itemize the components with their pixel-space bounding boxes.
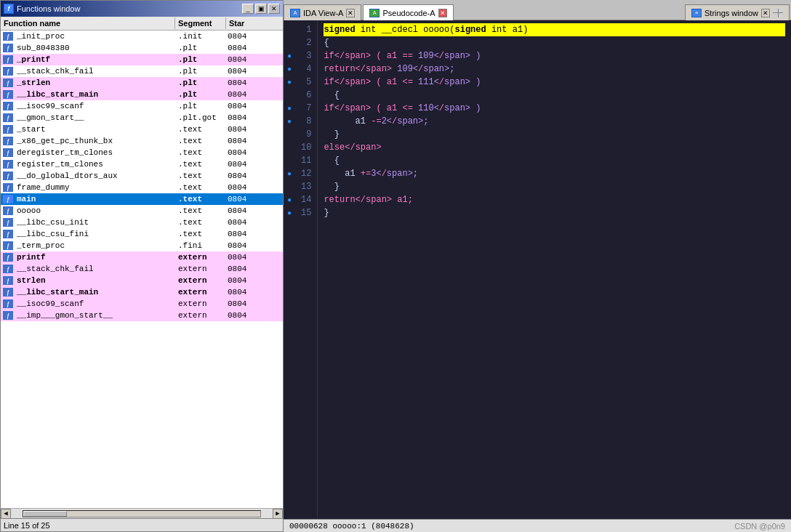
func-name: sub_8048380	[15, 44, 175, 52]
table-row[interactable]: f __isoc99_scanf extern 0804	[1, 298, 283, 310]
func-start: 0804	[226, 253, 283, 262]
functions-window-title: Functions window	[17, 4, 80, 13]
func-start: 0804	[226, 218, 283, 227]
table-row[interactable]: f printf extern 0804	[1, 251, 283, 263]
func-icon: f	[3, 195, 13, 203]
func-segment: extern	[175, 276, 226, 285]
func-segment: .text	[175, 195, 226, 203]
line-number: 13	[301, 180, 311, 193]
horizontal-scrollbar[interactable]: ◀ ▶	[1, 508, 283, 518]
code-line: {	[324, 154, 785, 167]
breakpoint-dot	[284, 167, 295, 180]
table-row[interactable]: f main .text 0804	[1, 193, 283, 205]
table-row[interactable]: f __gmon_start__ .plt.got 0804	[1, 112, 283, 124]
code-area: 123456789101112131415 signed int __cdecl…	[284, 20, 791, 519]
table-row[interactable]: f _strlen .plt 0804	[1, 77, 283, 89]
table-row[interactable]: f __libc_start_main extern 0804	[1, 286, 283, 298]
minimize-button[interactable]: _	[242, 4, 254, 14]
functions-list[interactable]: f _init_proc .init 0804 f sub_8048380 .p…	[1, 31, 283, 508]
func-icon-cell: f	[1, 253, 15, 262]
breakpoint-dot	[284, 128, 295, 141]
table-row[interactable]: f __libc_csu_init .text 0804	[1, 217, 283, 228]
func-segment: extern	[175, 253, 226, 262]
table-row[interactable]: f __libc_start_main .plt 0804	[1, 89, 283, 100]
table-row[interactable]: f strlen extern 0804	[1, 275, 283, 286]
line-status: Line 15 of 25	[4, 521, 50, 530]
code-line: a1 += 3</span>;	[324, 167, 785, 180]
func-icon: f	[3, 253, 13, 262]
table-row[interactable]: f __imp___gmon_start__ extern 0804	[1, 310, 283, 321]
table-row[interactable]: f ooooo .text 0804	[1, 205, 283, 217]
func-icon-cell: f	[1, 172, 15, 180]
func-segment: .plt	[175, 78, 226, 87]
table-row[interactable]: f _printf .plt 0804	[1, 54, 283, 65]
func-name: deregister_tm_clones	[15, 148, 175, 157]
table-row[interactable]: f __stack_chk_fail .plt 0804	[1, 65, 283, 77]
func-icon-cell: f	[1, 230, 15, 238]
line-number: 10	[301, 141, 311, 154]
titlebar-buttons: _ ▣ ✕	[242, 4, 280, 14]
func-name: __libc_start_main	[15, 288, 175, 297]
code-lines: signed int __cdecl ooooo(signed int a1){…	[318, 20, 791, 519]
code-line: }	[324, 128, 785, 141]
func-name: __libc_csu_fini	[15, 230, 175, 238]
func-segment: .plt	[175, 90, 226, 99]
code-line: {	[324, 89, 785, 102]
tab-ida-view-close[interactable]: ✕	[346, 9, 355, 17]
func-icon: f	[3, 67, 13, 76]
func-icon: f	[3, 125, 13, 134]
pseudocode-icon: A	[369, 9, 380, 17]
func-name: printf	[15, 253, 175, 262]
tab-pseudocode[interactable]: A Pseudocode-A ✕	[363, 4, 453, 20]
table-row[interactable]: f _x86_get_pc_thunk_bx .text 0804	[1, 135, 283, 147]
line-number: 7	[301, 102, 311, 115]
code-line: if</span> ( a1 <= 110</span> )	[324, 102, 785, 115]
breakpoint-dot	[284, 206, 295, 219]
table-row[interactable]: f __stack_chk_fail extern 0804	[1, 263, 283, 275]
close-button[interactable]: ✕	[268, 4, 280, 14]
func-segment: .plt	[175, 67, 226, 76]
tab-strings-close-btn[interactable]: ✕	[761, 9, 770, 17]
tab-strings[interactable]: ≡ Strings window ✕	[685, 4, 790, 20]
func-name: _strlen	[15, 78, 175, 87]
table-row[interactable]: f _start .text 0804	[1, 124, 283, 135]
func-start: 0804	[226, 44, 283, 52]
functions-window: f Functions window _ ▣ ✕ Function name S…	[0, 0, 284, 532]
tab-pseudocode-close[interactable]: ✕	[438, 9, 447, 17]
func-icon: f	[3, 230, 13, 238]
tabs-bar: A IDA View-A ✕ A Pseudocode-A ✕ ≡ String…	[284, 0, 791, 20]
func-icon: f	[3, 55, 13, 64]
func-segment: .text	[175, 148, 226, 157]
func-name: __stack_chk_fail	[15, 67, 175, 76]
table-row[interactable]: f _term_proc .fini 0804	[1, 240, 283, 251]
scrollbar-thumb[interactable]	[23, 511, 67, 517]
func-icon: f	[3, 183, 13, 192]
func-icon: f	[3, 206, 13, 215]
scroll-right-btn[interactable]: ▶	[273, 509, 283, 519]
func-start: 0804	[226, 55, 283, 64]
func-icon: f	[3, 148, 13, 157]
tab-ida-view[interactable]: A IDA View-A ✕	[284, 4, 361, 20]
func-start: 0804	[226, 230, 283, 238]
table-row[interactable]: f __isoc99_scanf .plt 0804	[1, 100, 283, 112]
table-row[interactable]: f sub_8048380 .plt 0804	[1, 42, 283, 54]
line-number: 12	[301, 167, 311, 180]
restore-button[interactable]: ▣	[255, 4, 267, 14]
scrollbar-track[interactable]	[23, 510, 261, 517]
func-start: 0804	[226, 206, 283, 215]
func-icon-cell: f	[1, 102, 15, 110]
table-row[interactable]: f frame_dummy .text 0804	[1, 182, 283, 193]
table-row[interactable]: f deregister_tm_clones .text 0804	[1, 147, 283, 158]
func-icon: f	[3, 113, 13, 122]
func-icon-cell: f	[1, 183, 15, 192]
scroll-left-btn[interactable]: ◀	[1, 509, 11, 519]
func-name: __libc_start_main	[15, 90, 175, 99]
func-segment: .plt	[175, 55, 226, 64]
table-row[interactable]: f _init_proc .init 0804	[1, 31, 283, 42]
table-row[interactable]: f __do_global_dtors_aux .text 0804	[1, 170, 283, 182]
func-icon: f	[3, 172, 13, 180]
table-row[interactable]: f register_tm_clones .text 0804	[1, 158, 283, 170]
func-icon: f	[3, 265, 13, 273]
func-segment: extern	[175, 299, 226, 308]
table-row[interactable]: f __libc_csu_fini .text 0804	[1, 228, 283, 240]
